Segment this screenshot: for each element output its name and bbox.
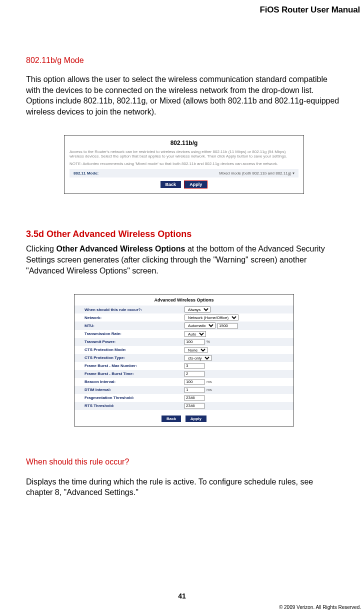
option-control: ms	[184, 387, 284, 393]
mode-value[interactable]: Mixed mode (both 802.11b and 802.11g) ▾	[219, 171, 294, 176]
option-label: Transmit Power:	[84, 340, 184, 344]
page-header: FiOS Router User Manual	[260, 5, 360, 15]
option-control: Auto	[184, 331, 284, 337]
option-control	[184, 395, 284, 401]
option-label: Frame Burst - Max Number:	[84, 364, 184, 368]
option-input[interactable]	[184, 387, 204, 393]
option-control: Automatic	[184, 322, 284, 329]
option-select[interactable]: Automatic	[184, 322, 216, 328]
option-row: Frame Burst - Max Number:	[74, 362, 294, 370]
option-label: Beacon Interval:	[84, 380, 184, 384]
option-input[interactable]	[184, 395, 204, 401]
option-select[interactable]: Always	[184, 306, 210, 312]
option-row: Transmission Rate:Auto	[74, 330, 294, 338]
back-button[interactable]: Back	[162, 416, 181, 422]
panel-description: Access to the Router's network can be re…	[70, 150, 298, 158]
option-label: Fragmentation Threshold:	[84, 396, 184, 400]
apply-button[interactable]: Apply	[184, 180, 208, 188]
option-label: Transmission Rate:	[84, 332, 184, 336]
option-label: CTS Protection Mode:	[84, 348, 184, 352]
back-button[interactable]: Back	[160, 181, 182, 188]
paragraph-rule-occur: Displays the time during which the rule …	[26, 476, 342, 498]
panel-title: 802.11b/g	[70, 140, 298, 146]
option-row: Beacon Interval:ms	[74, 378, 294, 386]
option-select[interactable]: Auto	[184, 331, 206, 337]
p-pre: Clicking	[26, 244, 56, 253]
option-row: Frame Burst - Burst Time:	[74, 370, 294, 378]
option-unit: %	[206, 340, 210, 344]
option-control: Always	[184, 306, 284, 312]
option-label: When should this rule occur?:	[84, 308, 184, 312]
option-row: RTS Threshold:	[74, 402, 294, 410]
option-input[interactable]	[184, 379, 204, 385]
option-select[interactable]: cts-only	[184, 355, 212, 361]
page-number: 41	[0, 592, 364, 600]
option-control: cts-only	[184, 355, 284, 361]
option-control: None	[184, 347, 284, 353]
page-content: 802.11b/g Mode This option allows the us…	[26, 56, 342, 501]
option-control: ms	[184, 379, 284, 385]
option-unit: ms	[206, 380, 212, 384]
option-input[interactable]	[184, 403, 204, 409]
option-row: DTIM Interval:ms	[74, 386, 294, 394]
option-row: CTS Protection Mode:None	[74, 346, 294, 354]
p-bold: Other Advanced Wireless Options	[56, 244, 185, 253]
option-label: DTIM Interval:	[84, 388, 184, 392]
figure-advanced-wireless-panel: Advanced Wireless Options When should th…	[74, 294, 294, 426]
option-input[interactable]	[218, 323, 238, 329]
option-row: When should this rule occur?:Always	[74, 306, 294, 314]
section-heading-80211bg-mode: 802.11b/g Mode	[26, 56, 342, 65]
option-select[interactable]: None	[184, 347, 208, 353]
section-heading-other-advanced: 3.5d Other Advanced Wireless Options	[26, 229, 342, 240]
option-control: %	[184, 339, 284, 345]
option-label: RTS Threshold:	[84, 404, 184, 408]
option-select[interactable]: Network (Home/Office)	[184, 314, 238, 320]
section-heading-rule-occur: When should this rule occur?	[26, 458, 342, 466]
option-unit: ms	[206, 388, 212, 392]
option-row: CTS Protection Type:cts-only	[74, 354, 294, 362]
option-row: Transmit Power:%	[74, 338, 294, 346]
option-control	[184, 371, 284, 377]
figure-80211bg-panel: 802.11b/g Access to the Router's network…	[64, 135, 304, 194]
option-control	[184, 403, 284, 409]
copyright: © 2009 Verizon. All Rights Reserved.	[279, 604, 361, 610]
option-label: Network:	[84, 316, 184, 320]
option-input[interactable]	[184, 371, 204, 377]
option-label: MTU:	[84, 324, 184, 328]
option-input[interactable]	[184, 363, 204, 369]
option-label: CTS Protection Type:	[84, 356, 184, 360]
panel2-title: Advanced Wireless Options	[74, 298, 294, 302]
panel-note: NOTE: Actiontec recommends using 'Mixed …	[70, 162, 298, 166]
option-label: Frame Burst - Burst Time:	[84, 372, 184, 376]
option-control	[184, 363, 284, 369]
paragraph-80211bg-desc: This option allows the user to select th…	[26, 74, 342, 117]
apply-button[interactable]: Apply	[186, 416, 206, 422]
option-row: Fragmentation Threshold:	[74, 394, 294, 402]
option-input[interactable]	[184, 339, 204, 345]
paragraph-other-advanced: Clicking Other Advanced Wireless Options…	[26, 244, 342, 276]
mode-row: 802.11 Mode: Mixed mode (both 802.11b an…	[70, 169, 298, 178]
mode-label: 802.11 Mode:	[74, 171, 98, 176]
option-control: Network (Home/Office)	[184, 314, 284, 320]
option-row: Network:Network (Home/Office)	[74, 314, 294, 322]
option-row: MTU:Automatic	[74, 322, 294, 330]
